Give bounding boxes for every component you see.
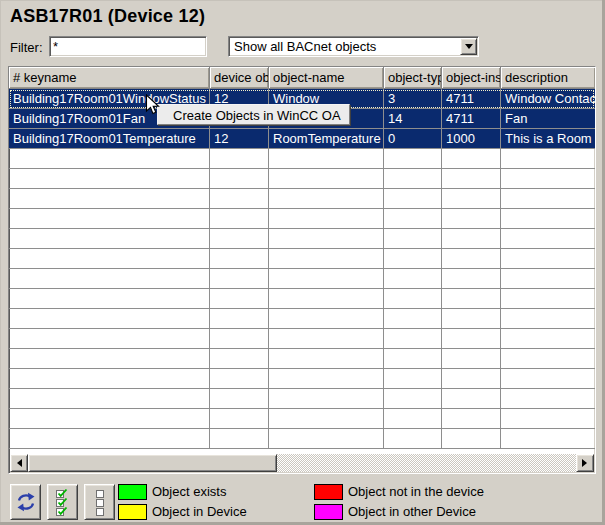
page-title: ASB17R01 (Device 12): [10, 6, 205, 27]
cell-description[interactable]: This is a Room: [501, 129, 595, 148]
table-empty-row: [9, 429, 595, 449]
legend-label: Object not in the device: [348, 484, 484, 500]
column-header-object-instance[interactable]: object-ins: [442, 67, 501, 89]
column-header-keyname[interactable]: # keyname: [9, 67, 210, 89]
cell-object-type[interactable]: 0: [384, 129, 442, 148]
table-empty-row: [9, 229, 595, 249]
table-row[interactable]: Building17Room01Temperature 12 RoomTempe…: [9, 129, 595, 149]
arrow-left-icon: [13, 459, 22, 467]
cell-object-name[interactable]: RoomTemperature: [269, 129, 384, 148]
table-empty-row: [9, 189, 595, 209]
table-empty-row: [9, 169, 595, 189]
table-empty-row: [9, 269, 595, 289]
table-empty-row: [9, 249, 595, 269]
arrow-right-icon: [582, 459, 591, 467]
table-empty-row: [9, 149, 595, 169]
scrollbar-thumb[interactable]: [28, 454, 277, 472]
cell-object-type[interactable]: 3: [384, 89, 442, 108]
bacnet-object-table: # keyname device ob object-name object-t…: [8, 66, 596, 474]
table-empty-row: [9, 329, 595, 349]
table-empty-row: [9, 369, 595, 389]
table-empty-row: [9, 289, 595, 309]
legend-label: Object in other Device: [348, 504, 476, 520]
legend-swatch-red: [314, 484, 343, 500]
column-header-object-type[interactable]: object-typ: [384, 67, 442, 89]
dropdown-selected-value: Show all BACnet objects: [234, 39, 376, 54]
uncheck-all-button[interactable]: [84, 484, 115, 520]
cell-keyname[interactable]: Building17Room01Temperature: [9, 129, 210, 148]
table-header-row: # keyname device ob object-name object-t…: [9, 67, 595, 89]
cell-object-instance[interactable]: 4711: [442, 109, 501, 128]
column-header-device[interactable]: device ob: [210, 67, 269, 89]
unchecked-list-icon: [92, 488, 108, 516]
column-header-description[interactable]: description: [501, 67, 595, 89]
cell-description[interactable]: Fan: [501, 109, 595, 128]
empty-rows: [9, 149, 595, 449]
table-empty-row: [9, 409, 595, 429]
filter-input[interactable]: [49, 36, 207, 57]
table-empty-row: [9, 349, 595, 369]
horizontal-scrollbar[interactable]: [10, 454, 594, 472]
table-empty-row: [9, 209, 595, 229]
legend-swatch-green: [118, 484, 147, 500]
menu-item-create-objects[interactable]: Create Objects in WinCC OA: [158, 105, 349, 123]
table-empty-row: [9, 309, 595, 329]
cell-object-instance[interactable]: 1000: [442, 129, 501, 148]
filter-label: Filter:: [10, 40, 43, 55]
object-filter-dropdown[interactable]: Show all BACnet objects: [228, 36, 479, 57]
cell-object-instance[interactable]: 4711: [442, 89, 501, 108]
scroll-right-button[interactable]: [576, 454, 594, 472]
table-empty-row: [9, 389, 595, 409]
legend-label: Object in Device: [152, 504, 247, 520]
checked-list-icon: [55, 488, 71, 516]
legend-label: Object exists: [152, 484, 226, 500]
check-all-button[interactable]: [47, 484, 78, 520]
dropdown-arrow-button[interactable]: [460, 38, 477, 55]
column-header-object-name[interactable]: object-name: [269, 67, 384, 89]
context-menu: Create Objects in WinCC OA: [157, 104, 350, 125]
chevron-down-icon: [465, 44, 473, 53]
refresh-icon: [15, 492, 37, 512]
refresh-button[interactable]: [10, 484, 41, 520]
scroll-left-button[interactable]: [10, 454, 28, 472]
legend-swatch-yellow: [118, 504, 147, 520]
cell-device[interactable]: 12: [210, 129, 269, 148]
cell-object-type[interactable]: 14: [384, 109, 442, 128]
legend-swatch-magenta: [314, 504, 343, 520]
cell-description[interactable]: Window Contact: [501, 89, 595, 108]
